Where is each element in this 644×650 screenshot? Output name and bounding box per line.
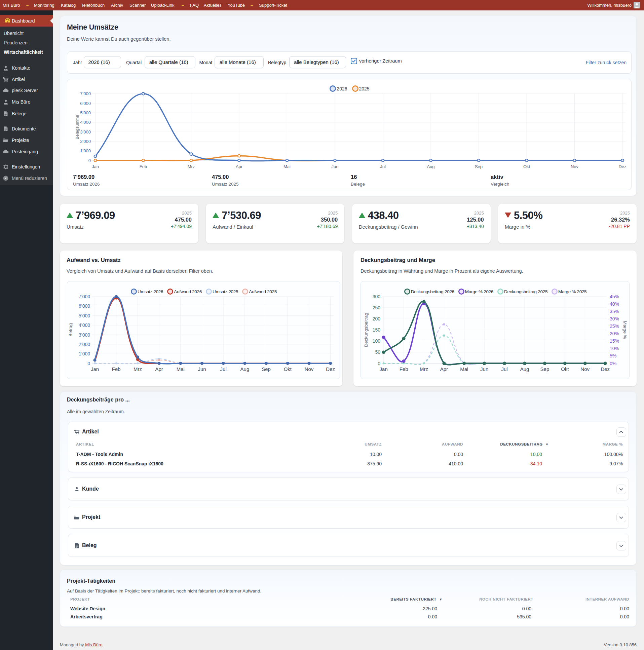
svg-text:0: 0 <box>378 361 380 366</box>
svg-text:Aug: Aug <box>520 366 529 372</box>
svg-text:100: 100 <box>372 338 381 344</box>
svg-text:Okt: Okt <box>523 164 530 169</box>
svg-text:4’000: 4’000 <box>80 120 91 125</box>
svg-text:Betrag: Betrag <box>68 323 73 336</box>
svg-text:30%: 30% <box>610 316 619 322</box>
svg-text:Dez: Dez <box>601 366 610 372</box>
svg-text:Nov: Nov <box>305 366 314 372</box>
svg-text:150: 150 <box>372 327 381 332</box>
svg-text:Deckungsbeitrag: Deckungsbeitrag <box>363 313 368 347</box>
svg-text:10%: 10% <box>610 346 619 351</box>
svg-text:1’000: 1’000 <box>80 148 91 153</box>
svg-text:200: 200 <box>372 316 381 322</box>
svg-text:25%: 25% <box>610 324 619 329</box>
svg-text:Sep: Sep <box>475 164 482 169</box>
svg-text:Dez: Dez <box>618 164 626 169</box>
svg-text:Jun: Jun <box>480 366 488 372</box>
svg-text:45%: 45% <box>610 294 619 299</box>
svg-text:50: 50 <box>375 349 380 355</box>
svg-text:Dez: Dez <box>326 366 335 372</box>
svg-text:Okt: Okt <box>284 366 292 372</box>
svg-text:7’000: 7’000 <box>79 294 90 299</box>
svg-text:6’000: 6’000 <box>79 303 90 309</box>
svg-text:Jul: Jul <box>380 164 386 169</box>
svg-text:Nov: Nov <box>571 164 579 169</box>
svg-text:250: 250 <box>372 305 381 311</box>
svg-text:3’000: 3’000 <box>79 332 90 337</box>
svg-text:Feb: Feb <box>112 366 121 372</box>
svg-text:300: 300 <box>372 294 381 299</box>
svg-text:Apr: Apr <box>155 366 163 372</box>
svg-text:4’000: 4’000 <box>79 323 90 328</box>
svg-text:Jun: Jun <box>331 164 338 169</box>
svg-text:Feb: Feb <box>140 164 147 169</box>
svg-text:Jul: Jul <box>220 366 227 372</box>
svg-text:Jun: Jun <box>198 366 206 372</box>
svg-text:5’000: 5’000 <box>80 110 91 115</box>
svg-text:Marge %: Marge % <box>622 321 628 339</box>
svg-text:Jul: Jul <box>501 366 508 372</box>
svg-text:2’000: 2’000 <box>80 139 91 144</box>
svg-text:Mai: Mai <box>460 366 468 372</box>
svg-text:2’000: 2’000 <box>79 341 90 347</box>
svg-text:Sep: Sep <box>262 366 271 372</box>
svg-text:Jan: Jan <box>380 366 388 372</box>
svg-text:Sep: Sep <box>540 366 549 372</box>
svg-text:15%: 15% <box>610 338 619 344</box>
svg-text:Aug: Aug <box>241 366 250 372</box>
svg-text:0%: 0% <box>610 361 616 366</box>
svg-text:20%: 20% <box>610 331 619 336</box>
svg-text:Belegsumme: Belegsumme <box>75 115 80 139</box>
svg-text:0: 0 <box>88 158 91 163</box>
svg-text:40%: 40% <box>610 301 619 307</box>
svg-text:6’000: 6’000 <box>80 101 91 106</box>
svg-text:Mrz: Mrz <box>420 366 428 372</box>
svg-text:Jan: Jan <box>92 164 99 169</box>
svg-text:3’000: 3’000 <box>80 130 91 135</box>
svg-text:Feb: Feb <box>399 366 408 372</box>
svg-text:Mrz: Mrz <box>188 164 195 169</box>
svg-text:Apr: Apr <box>236 164 243 169</box>
svg-text:Nov: Nov <box>580 366 589 372</box>
svg-text:Mai: Mai <box>284 164 291 169</box>
svg-text:Okt: Okt <box>561 366 569 372</box>
svg-text:1’000: 1’000 <box>79 351 90 356</box>
svg-text:7’000: 7’000 <box>80 91 91 96</box>
svg-text:Aug: Aug <box>427 164 434 169</box>
svg-text:0: 0 <box>87 361 90 366</box>
svg-text:35%: 35% <box>610 309 619 314</box>
svg-text:Jan: Jan <box>91 366 99 372</box>
svg-text:Mrz: Mrz <box>134 366 142 372</box>
svg-text:5’000: 5’000 <box>79 313 90 319</box>
svg-text:5%: 5% <box>610 353 616 358</box>
svg-text:Apr: Apr <box>440 366 448 372</box>
svg-text:Mai: Mai <box>177 366 185 372</box>
